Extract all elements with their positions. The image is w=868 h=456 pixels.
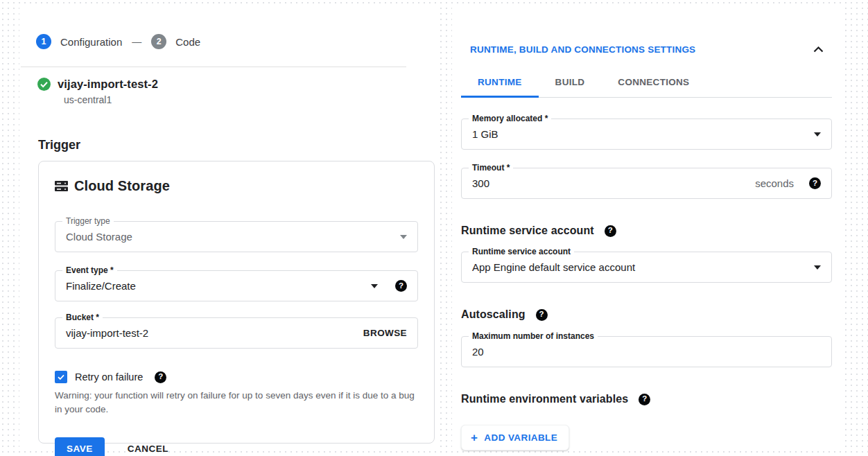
dropdown-arrow-icon (814, 265, 821, 270)
timeout-value: 300 (472, 177, 489, 189)
settings-header-title: RUNTIME, BUILD AND CONNECTIONS SETTINGS (470, 44, 813, 55)
function-region: us-central1 (64, 94, 438, 105)
tab-build[interactable]: BUILD (539, 69, 602, 98)
max-instances-label: Maximum number of instances (469, 331, 598, 341)
memory-allocated-value: 1 GiB (472, 128, 498, 140)
step-1-label: Configuration (60, 36, 122, 48)
autoscaling-help-icon[interactable]: ? (536, 309, 548, 321)
max-instances-input[interactable]: Maximum number of instances 20 (461, 336, 832, 367)
memory-allocated-select[interactable]: Memory allocated * 1 GiB (461, 119, 832, 150)
step-2-circle: 2 (151, 34, 166, 49)
plus-icon: + (471, 432, 478, 444)
settings-tabs: RUNTIME BUILD CONNECTIONS (461, 69, 832, 98)
bucket-input[interactable]: Bucket * vijay-import-test-2 BROWSE (55, 317, 418, 349)
trigger-type-label: Trigger type (62, 216, 114, 226)
service-account-value: App Engine default service account (472, 261, 635, 273)
event-type-help-icon[interactable]: ? (395, 280, 407, 292)
trigger-type-value: Cloud Storage (66, 231, 132, 243)
save-button[interactable]: SAVE (55, 437, 105, 456)
step-configuration[interactable]: 1 Configuration (36, 34, 122, 49)
memory-allocated-label: Memory allocated * (469, 114, 551, 123)
trigger-type-select[interactable]: Trigger type Cloud Storage (55, 221, 418, 252)
env-variables-help-icon[interactable]: ? (639, 394, 650, 405)
add-variable-label: ADD VARIABLE (484, 432, 557, 443)
retry-warning-text: Warning: your function will retry on fai… (55, 389, 422, 417)
service-account-label: Runtime service account (469, 247, 574, 256)
step-1-circle: 1 (36, 34, 51, 49)
tab-runtime[interactable]: RUNTIME (461, 69, 539, 98)
autoscaling-heading: Autoscaling ? (461, 308, 843, 321)
env-variables-heading: Runtime environment variables ? (461, 393, 843, 405)
function-name: vijay-import-test-2 (58, 78, 158, 91)
service-account-heading: Runtime service account ? (461, 225, 843, 237)
timeout-label: Timeout * (469, 163, 513, 173)
add-variable-button[interactable]: + ADD VARIABLE (461, 425, 569, 450)
autoscaling-heading-text: Autoscaling (461, 308, 526, 321)
success-check-icon (37, 78, 51, 91)
stepper: 1 Configuration — 2 Code (36, 34, 438, 49)
trigger-card-title-row: Cloud Storage (55, 178, 418, 194)
step-code[interactable]: 2 Code (151, 34, 200, 49)
event-type-label: Event type * (62, 265, 117, 275)
timeout-unit-suffix: seconds (755, 177, 794, 189)
browse-button[interactable]: BROWSE (363, 328, 407, 338)
trigger-card: Cloud Storage Trigger type Cloud Storage… (38, 161, 435, 444)
retry-row: Retry on failure ? (55, 371, 418, 383)
settings-expander-header[interactable]: RUNTIME, BUILD AND CONNECTIONS SETTINGS (470, 44, 824, 55)
step-separator: — (132, 36, 141, 47)
step-2-label: Code (175, 36, 200, 48)
trigger-card-title: Cloud Storage (74, 178, 170, 194)
bucket-label: Bucket * (62, 313, 103, 322)
trigger-section-heading: Trigger (38, 138, 438, 152)
configuration-panel: 1 Configuration — 2 Code vijay-import-te… (19, 6, 438, 450)
cancel-button[interactable]: CANCEL (128, 444, 168, 454)
chevron-up-icon[interactable] (813, 46, 824, 53)
settings-panel: RUNTIME, BUILD AND CONNECTIONS SETTINGS … (452, 6, 843, 450)
timeout-input[interactable]: Timeout * 300 seconds ? (461, 168, 832, 199)
max-instances-value: 20 (472, 346, 484, 358)
event-type-value: Finalize/Create (66, 280, 136, 292)
dropdown-arrow-icon (814, 132, 821, 137)
checkmark-icon (57, 373, 65, 381)
retry-label: Retry on failure (75, 371, 143, 383)
bucket-value: vijay-import-test-2 (66, 327, 148, 339)
function-name-row: vijay-import-test-2 (37, 78, 438, 91)
dropdown-arrow-icon (371, 284, 378, 288)
timeout-help-icon[interactable]: ? (809, 177, 821, 189)
service-account-select[interactable]: Runtime service account App Engine defau… (461, 252, 832, 283)
tab-connections[interactable]: CONNECTIONS (601, 69, 706, 98)
env-variables-heading-text: Runtime environment variables (461, 393, 628, 405)
dropdown-arrow-icon (400, 235, 407, 239)
service-account-heading-text: Runtime service account (461, 225, 594, 237)
cloud-storage-icon (55, 180, 68, 192)
stepper-divider (21, 67, 406, 67)
retry-help-icon[interactable]: ? (155, 371, 166, 383)
retry-checkbox[interactable] (55, 371, 67, 383)
action-buttons: SAVE CANCEL (55, 437, 418, 456)
service-account-help-icon[interactable]: ? (605, 225, 616, 237)
event-type-select[interactable]: Event type * Finalize/Create ? (55, 270, 418, 301)
